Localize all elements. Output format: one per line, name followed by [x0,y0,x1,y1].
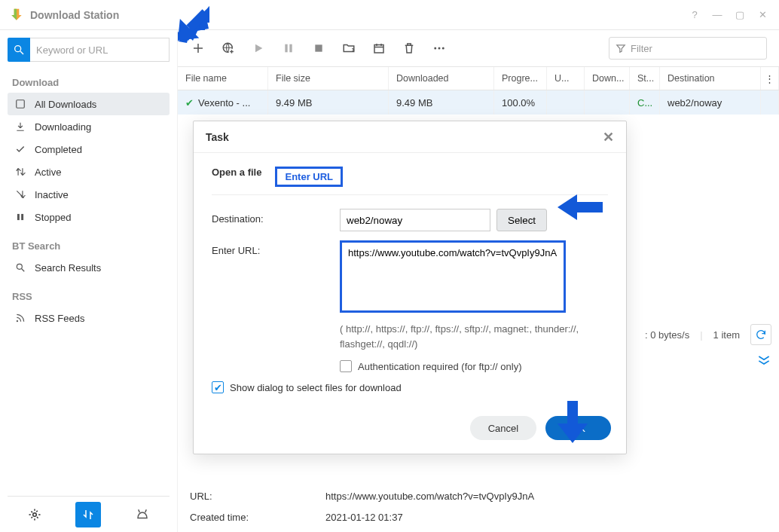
sidebar-item-label: Completed [35,144,82,155]
svg-point-16 [438,47,441,50]
svg-rect-28 [567,401,578,425]
tab-open-file[interactable]: Open a file [212,167,261,187]
stopped-icon [14,210,27,224]
help-button[interactable]: ? [687,8,702,23]
col-downloaded[interactable]: Downloaded [389,67,494,90]
details-url-label: URL: [190,491,325,502]
svg-rect-2 [17,100,25,109]
col-size[interactable]: File size [268,67,389,90]
stop-icon [313,42,325,54]
url-textarea[interactable] [340,240,566,313]
app-title: Download Station [30,9,680,21]
col-menu-button[interactable]: ⋮ [761,67,779,90]
cell-name: ✔Vexento - ... [178,90,268,115]
filter-input[interactable]: Filter [609,37,767,60]
svg-rect-14 [374,45,383,54]
settings-button[interactable] [22,502,47,527]
expand-details-button[interactable] [756,354,771,368]
funnel-icon [616,43,626,54]
close-window-button[interactable]: ✕ [755,8,770,23]
minimize-button[interactable]: — [710,8,725,23]
search-input[interactable] [30,38,170,62]
status-speed: : 0 bytes/s [645,329,689,341]
sidebar: Download All Downloads Downloading Compl… [0,30,178,532]
gear-icon [28,508,41,521]
svg-line-6 [22,269,25,272]
rss-icon [14,311,27,325]
auth-checkbox[interactable] [340,360,352,372]
more-icon [432,41,446,55]
destination-label: Destination: [212,209,340,225]
resume-button[interactable] [250,40,267,57]
svg-rect-3 [17,214,20,220]
cell-downloaded: 9.49 MB [389,90,494,115]
col-progress[interactable]: Progre... [494,67,547,90]
play-icon [252,42,264,54]
transfer-icon [81,508,95,521]
chevron-double-down-icon [756,354,771,366]
status-bar: : 0 bytes/s | 1 item [645,324,771,345]
col-destination[interactable]: Destination [660,67,761,90]
cell-status: C... [630,90,660,115]
sidebar-item-search-results[interactable]: Search Results [8,256,170,279]
dialog-close-button[interactable]: ✕ [603,129,614,145]
titlebar: Download Station ? — ▢ ✕ [0,0,779,30]
sidebar-item-completed[interactable]: Completed [8,138,170,161]
url-hint: ( http://, https://, ftp://, ftps://, sf… [340,322,608,351]
pause-button[interactable] [280,40,297,57]
more-button[interactable] [431,40,448,57]
sidebar-item-inactive[interactable]: Inactive [8,183,170,206]
sidebar-item-active[interactable]: Active [8,161,170,183]
sidebar-item-downloading[interactable]: Downloading [8,115,170,138]
svg-point-7 [17,320,18,322]
cancel-button[interactable]: Cancel [470,416,536,440]
cell-destination: web2/noway [660,90,761,115]
move-button[interactable] [341,40,357,57]
enter-url-label: Enter URL: [212,240,340,256]
sidebar-item-rss-feeds[interactable]: RSS Feeds [8,307,170,329]
col-name[interactable]: File name [178,67,268,90]
table-row[interactable]: ✔Vexento - ... 9.49 MB 9.49 MB 100.0% C.… [178,90,779,115]
destination-input[interactable] [340,209,490,231]
refresh-button[interactable] [750,324,771,345]
col-download[interactable]: Down... [585,67,630,90]
add-url-button[interactable] [220,40,237,57]
select-destination-button[interactable]: Select [496,209,547,231]
col-upload[interactable]: U... [547,67,585,90]
search-button[interactable] [8,38,30,62]
status-count: 1 item [713,329,740,341]
schedule-button[interactable] [371,40,387,57]
cell-download [585,90,630,115]
sidebar-item-stopped[interactable]: Stopped [8,206,170,228]
all-downloads-icon [14,97,27,111]
downloads-panel-button[interactable] [75,502,101,527]
show-dialog-checkbox[interactable]: ✔ [212,381,224,393]
svg-rect-12 [289,44,292,53]
show-dialog-label: Show dialog to select files for download [230,382,402,393]
schedule-icon [372,41,386,55]
tab-enter-url[interactable]: Enter URL [275,167,343,187]
app-icon [9,8,24,23]
pause-icon [283,42,295,54]
section-bt-title: BT Search [8,236,170,256]
delete-button[interactable] [401,40,417,57]
check-icon: ✔ [185,97,194,109]
sidebar-item-all-downloads[interactable]: All Downloads [8,93,170,115]
globe-plus-icon [221,41,235,55]
inactive-icon [14,188,27,201]
svg-rect-11 [285,44,287,53]
col-status[interactable]: St... [630,67,660,90]
stop-button[interactable] [310,40,327,57]
sidebar-item-label: All Downloads [35,99,96,110]
svg-marker-29 [558,423,588,443]
details-url-value: https://www.youtube.com/watch?v=tvQvpIy9… [325,491,534,502]
annotation-arrow-add [167,3,214,50]
refresh-icon [755,329,767,341]
search-wrap [8,38,170,62]
sidebar-item-label: Search Results [35,262,101,274]
svg-rect-13 [315,44,322,51]
table-header: File name File size Downloaded Progre...… [178,66,779,90]
maximize-button[interactable]: ▢ [732,8,747,23]
search-icon [13,44,25,56]
emule-button[interactable] [130,502,155,527]
